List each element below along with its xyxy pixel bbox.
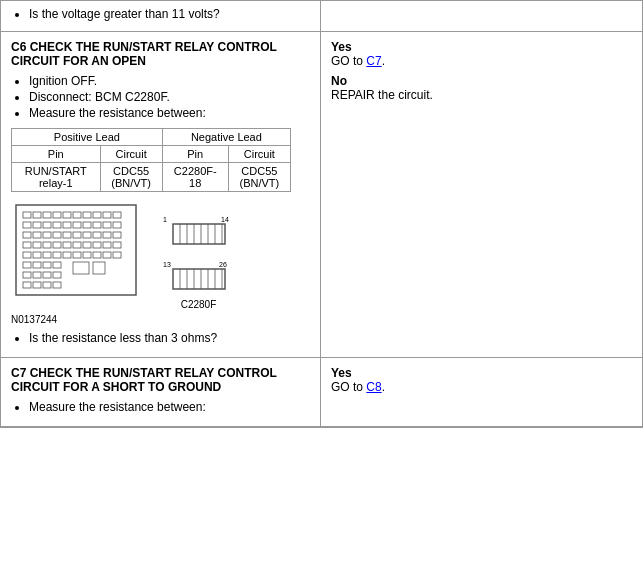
svg-rect-38 bbox=[93, 242, 101, 248]
c7-yes-block: Yes GO to C8. bbox=[331, 366, 632, 394]
c6-steps: Ignition OFF. Disconnect: BCM C2280F. Me… bbox=[11, 74, 310, 120]
svg-rect-20 bbox=[113, 222, 121, 228]
c2280f-diagram: 1 14 13 26 bbox=[161, 212, 236, 297]
c6-measure-table: Positive Lead Negative Lead Pin Circuit … bbox=[11, 128, 291, 192]
c6-yes-action: GO to C7. bbox=[331, 54, 632, 68]
svg-rect-39 bbox=[103, 242, 111, 248]
c2280f-label: C2280F bbox=[181, 299, 217, 310]
svg-rect-34 bbox=[53, 242, 61, 248]
svg-rect-31 bbox=[23, 242, 31, 248]
svg-rect-2 bbox=[33, 212, 41, 218]
neg-lead-header: Negative Lead bbox=[162, 129, 290, 146]
svg-rect-32 bbox=[33, 242, 41, 248]
svg-rect-18 bbox=[93, 222, 101, 228]
c7-step-1: Measure the resistance between: bbox=[29, 400, 310, 414]
c6-step-3: Measure the resistance between: bbox=[29, 106, 310, 120]
svg-rect-23 bbox=[43, 232, 51, 238]
svg-text:13: 13 bbox=[163, 261, 171, 268]
c7-yes-label: Yes bbox=[331, 366, 632, 380]
svg-rect-13 bbox=[43, 222, 51, 228]
top-left-cell: Is the voltage greater than 11 volts? bbox=[1, 1, 321, 31]
col-circuit1: Circuit bbox=[100, 146, 162, 163]
svg-rect-59 bbox=[43, 272, 51, 278]
connector-area: 1 14 13 26 bbox=[11, 200, 310, 310]
svg-rect-52 bbox=[33, 262, 41, 268]
svg-rect-46 bbox=[73, 252, 81, 258]
svg-rect-43 bbox=[43, 252, 51, 258]
svg-rect-12 bbox=[33, 222, 41, 228]
svg-rect-64 bbox=[53, 282, 61, 288]
bcm-diagram bbox=[11, 200, 141, 310]
col-pin1: Pin bbox=[12, 146, 101, 163]
svg-rect-53 bbox=[43, 262, 51, 268]
svg-rect-58 bbox=[33, 272, 41, 278]
cell-pin1-val: RUN/STARTrelay-1 bbox=[12, 163, 101, 192]
svg-rect-24 bbox=[53, 232, 61, 238]
svg-rect-44 bbox=[53, 252, 61, 258]
table-row: RUN/STARTrelay-1 CDC55(BN/VT) C2280F-18 … bbox=[12, 163, 291, 192]
cell-pin2-val: C2280F-18 bbox=[162, 163, 228, 192]
svg-rect-0 bbox=[16, 205, 136, 295]
c6-yes-label: Yes bbox=[331, 40, 632, 54]
svg-rect-8 bbox=[93, 212, 101, 218]
svg-rect-48 bbox=[93, 252, 101, 258]
svg-rect-19 bbox=[103, 222, 111, 228]
svg-rect-57 bbox=[23, 272, 31, 278]
c6-question: Is the resistance less than 3 ohms? bbox=[29, 331, 310, 345]
svg-rect-60 bbox=[53, 272, 61, 278]
svg-text:14: 14 bbox=[221, 216, 229, 223]
svg-rect-16 bbox=[73, 222, 81, 228]
c6-step-1: Ignition OFF. bbox=[29, 74, 310, 88]
svg-rect-5 bbox=[63, 212, 71, 218]
svg-rect-35 bbox=[63, 242, 71, 248]
c7-yes-action: GO to C8. bbox=[331, 380, 632, 394]
svg-rect-10 bbox=[113, 212, 121, 218]
c7-header: C7 CHECK THE RUN/START RELAY CONTROL CIR… bbox=[11, 366, 310, 394]
svg-rect-3 bbox=[43, 212, 51, 218]
svg-rect-63 bbox=[43, 282, 51, 288]
top-row: Is the voltage greater than 11 volts? bbox=[1, 1, 642, 32]
svg-rect-6 bbox=[73, 212, 81, 218]
svg-rect-14 bbox=[53, 222, 61, 228]
c6-row: C6 CHECK THE RUN/START RELAY CONTROL CIR… bbox=[1, 32, 642, 358]
c6-right: Yes GO to C7. No REPAIR the circuit. bbox=[321, 32, 642, 357]
c6-no-action: REPAIR the circuit. bbox=[331, 88, 632, 102]
c7-left: C7 CHECK THE RUN/START RELAY CONTROL CIR… bbox=[1, 358, 321, 426]
c6-yes-block: Yes GO to C7. bbox=[331, 40, 632, 68]
svg-rect-62 bbox=[33, 282, 41, 288]
c6-no-block: No REPAIR the circuit. bbox=[331, 74, 632, 102]
svg-rect-11 bbox=[23, 222, 31, 228]
svg-rect-21 bbox=[23, 232, 31, 238]
svg-rect-30 bbox=[113, 232, 121, 238]
svg-rect-15 bbox=[63, 222, 71, 228]
svg-rect-22 bbox=[33, 232, 41, 238]
cell-circuit2-val: CDC55(BN/VT) bbox=[228, 163, 290, 192]
svg-rect-47 bbox=[83, 252, 91, 258]
c6-step-2: Disconnect: BCM C2280F. bbox=[29, 90, 310, 104]
svg-text:1: 1 bbox=[163, 216, 167, 223]
c6-question-list: Is the resistance less than 3 ohms? bbox=[11, 331, 310, 345]
svg-rect-27 bbox=[83, 232, 91, 238]
svg-rect-45 bbox=[63, 252, 71, 258]
svg-rect-7 bbox=[83, 212, 91, 218]
svg-rect-50 bbox=[113, 252, 121, 258]
svg-rect-56 bbox=[93, 262, 105, 274]
c6-note: N0137244 bbox=[11, 314, 310, 325]
svg-rect-40 bbox=[113, 242, 121, 248]
svg-rect-51 bbox=[23, 262, 31, 268]
svg-rect-29 bbox=[103, 232, 111, 238]
c6-header: C6 CHECK THE RUN/START RELAY CONTROL CIR… bbox=[11, 40, 310, 68]
c7-yes-link[interactable]: C8 bbox=[366, 380, 381, 394]
svg-rect-4 bbox=[53, 212, 61, 218]
c6-yes-link[interactable]: C7 bbox=[366, 54, 381, 68]
top-right-cell bbox=[321, 1, 642, 31]
pos-lead-header: Positive Lead bbox=[12, 129, 163, 146]
table-sub-header: Pin Circuit Pin Circuit bbox=[12, 146, 291, 163]
svg-text:26: 26 bbox=[219, 261, 227, 268]
svg-rect-25 bbox=[63, 232, 71, 238]
svg-rect-55 bbox=[73, 262, 89, 274]
col-pin2: Pin bbox=[162, 146, 228, 163]
voltage-question: Is the voltage greater than 11 volts? bbox=[29, 7, 310, 21]
svg-rect-67 bbox=[173, 224, 225, 244]
svg-rect-17 bbox=[83, 222, 91, 228]
